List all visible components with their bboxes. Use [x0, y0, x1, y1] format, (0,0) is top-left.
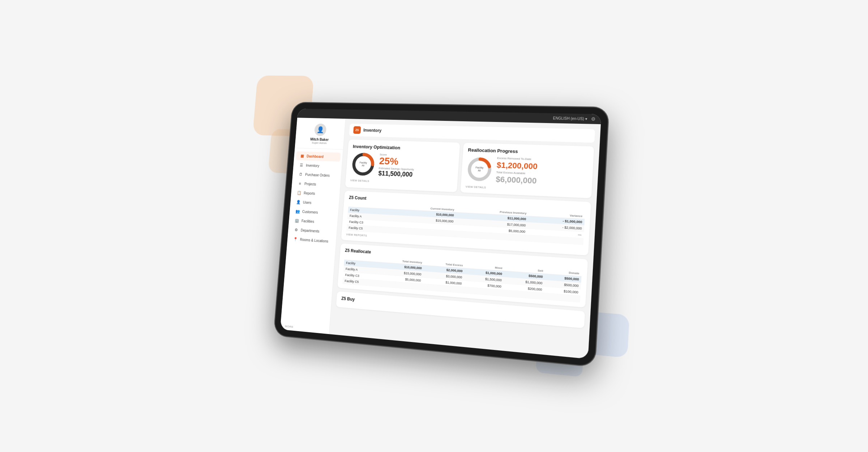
facilities-icon: 🏢 [294, 218, 299, 223]
svg-point-2 [469, 159, 490, 179]
realloc-body: Facility All Excess Removed To-Date $1,2… [466, 155, 588, 187]
user-icon: 👤 [316, 126, 324, 134]
inv-opt-donut-line1: Facility [359, 161, 367, 164]
main-content: Z5 Inventory Inventory Optimization [329, 119, 600, 359]
score-block: Score 25% Estimated Savings Opportunity … [378, 153, 415, 178]
app-body: 👤 Mitch Baker Super Admin ▦ Dashboard ☰ … [280, 118, 600, 359]
sidebar-label-reports: Reports [303, 191, 315, 195]
realloc-donut-label: Facility All [475, 166, 483, 172]
sidebar-item-projects[interactable]: ≡ Projects [293, 178, 338, 189]
realloc-donut-svg [466, 156, 492, 182]
purchase-orders-icon: 🗒 [298, 172, 303, 177]
sidebar-label-departments: Departments [300, 228, 319, 233]
sidebar-label-inventory: Inventory [305, 163, 319, 168]
excess-removed-value: $1,200,000 [496, 161, 538, 170]
inventory-optimization-card: Inventory Optimization Facility [345, 139, 460, 192]
realloc-title: Reallocation Progress [468, 147, 589, 156]
user-name: Mitch Baker [310, 137, 329, 141]
total-excess-value: $6,000,000 [495, 175, 536, 185]
top-cards-row: Inventory Optimization Facility [345, 139, 594, 198]
excess-removed-label: Excess Removed To-Date [497, 156, 538, 161]
inv-opt-donut-label: Facility All [359, 161, 367, 167]
inv-opt-view-details[interactable]: VIEW DETAILS [350, 178, 452, 186]
tablet-frame: ENGLISH (en-US) ▾ ⚙ 👤 Mitch Baker Super … [274, 102, 608, 367]
sidebar-label-facilities: Facilities [301, 219, 314, 223]
inventory-icon: ☰ [299, 162, 304, 168]
reallocation-progress-card: Reallocation Progress Facility [460, 143, 594, 198]
sidebar-item-dashboard[interactable]: ▦ Dashboard [296, 151, 341, 161]
sidebar-label-projects: Projects [304, 182, 316, 186]
sidebar-item-purchase-orders[interactable]: 🗒 Purchase Orders [294, 169, 339, 180]
realloc-right: Excess Removed To-Date $1,200,000 Total … [495, 156, 538, 185]
language-selector[interactable]: ENGLISH (en-US) ▾ [553, 116, 587, 121]
rooms-locations-icon: 📍 [293, 236, 298, 241]
tablet-screen: ENGLISH (en-US) ▾ ⚙ 👤 Mitch Baker Super … [280, 109, 601, 359]
avatar: 👤 [314, 123, 326, 136]
users-icon: 👤 [296, 199, 300, 204]
sidebar-item-inventory[interactable]: ☰ Inventory [295, 160, 340, 171]
inv-opt-body: Facility All Score 25% Estimated Savings… [350, 152, 454, 180]
gear-icon[interactable]: ⚙ [591, 116, 596, 122]
sidebar-label-dashboard: Dashboard [306, 154, 323, 158]
svg-point-3 [469, 159, 490, 179]
score-pct: 25% [379, 156, 415, 167]
app-title: Inventory [363, 128, 381, 133]
language-label: ENGLISH (en-US) [553, 116, 584, 121]
sidebar-label-purchase-orders: Purchase Orders [305, 172, 330, 177]
reports-icon: 📋 [296, 190, 301, 195]
app-logo: Z5 [353, 126, 361, 134]
departments-icon: ⚙ [294, 227, 299, 232]
inv-opt-title: Inventory Optimization [352, 144, 454, 152]
customers-icon: 👥 [295, 208, 300, 214]
projects-icon: ≡ [298, 181, 302, 186]
realloc-donut-line2: All [478, 169, 480, 172]
user-role: Super Admin [312, 141, 327, 145]
sidebar-user: 👤 Mitch Baker Super Admin [295, 118, 345, 149]
sidebar-label-customers: Customers [302, 210, 318, 214]
savings-value: $11,500,000 [378, 169, 414, 178]
app-header: Z5 Inventory [349, 123, 595, 143]
realloc-donut: Facility All [466, 156, 492, 182]
inv-opt-donut-line2: All [362, 164, 364, 166]
inv-opt-donut: Facility All [350, 152, 376, 177]
sidebar-label-users: Users [303, 200, 311, 204]
sidebar-label-rooms-locations: Rooms & Locations [300, 237, 328, 243]
realloc-donut-line1: Facility [475, 166, 483, 169]
chevron-down-icon: ▾ [585, 117, 587, 121]
